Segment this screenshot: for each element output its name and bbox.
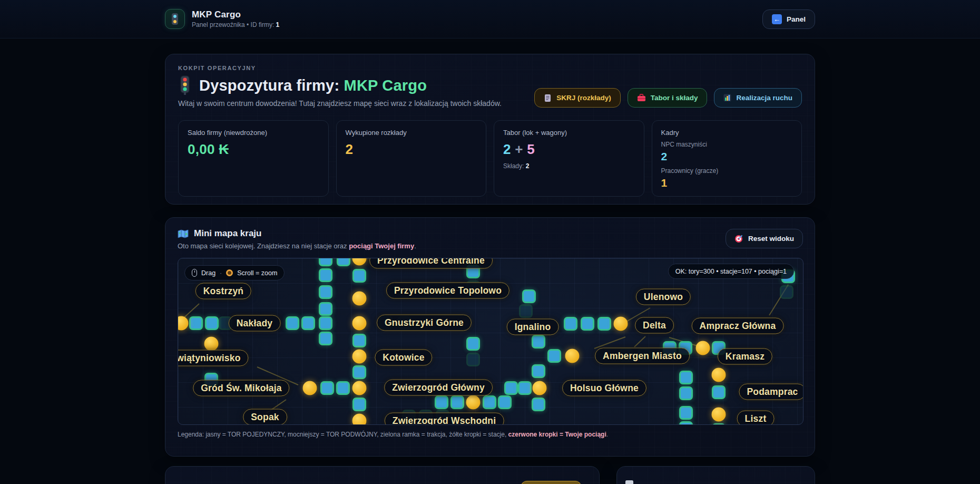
station-label: Kostrzyń (195, 283, 251, 299)
station-dot (466, 395, 481, 410)
track-segment-traction (597, 317, 611, 331)
amber-action-button[interactable] (521, 481, 582, 484)
station-label: Ignalino (507, 319, 559, 335)
track-segment-traction (336, 381, 350, 395)
track-segment-traction (352, 365, 366, 379)
track-segment-traction (679, 421, 693, 425)
track-segment-traction (712, 423, 726, 425)
bottom-right-card (616, 466, 815, 484)
track-segment-traction (564, 317, 577, 331)
track-segment-traction (679, 386, 693, 400)
track-segment-traction (435, 395, 448, 409)
tabor-value: 2 + 5 (503, 141, 635, 158)
document-icon (625, 480, 633, 484)
station-label: Świątyniowisko (178, 350, 249, 366)
station-dot (696, 341, 710, 355)
track-segment-traction (319, 258, 332, 266)
station-label: Gród Św. Mikołaja (193, 380, 289, 396)
company-name: MKP Cargo (344, 77, 427, 94)
track-segment-traction (547, 349, 561, 363)
track-segment-traction (319, 302, 332, 316)
back-arrow-icon: ← (772, 14, 782, 24)
station-dot (352, 350, 367, 364)
track-segment-traction (532, 335, 545, 349)
track-segment-traction (466, 337, 480, 351)
station-label: Podamprac (739, 384, 803, 400)
map-hints-badge: Drag · Scroll = zoom (184, 265, 285, 280)
track-segment-traction (319, 268, 332, 282)
sklady-count: Składy: 2 (503, 162, 635, 170)
station-dot (303, 381, 317, 395)
company-id: 1 (276, 21, 280, 28)
app-subtitle: Panel przewoźnika • ID firmy: 1 (192, 21, 279, 28)
station-label: Przyrodowice Topolowo (386, 283, 509, 299)
track-segment-traction (712, 385, 726, 399)
station-label: Delta (635, 317, 674, 334)
station-label: Ambergen Miasto (595, 348, 690, 364)
track-segment-traction (483, 395, 496, 409)
realizacja-button[interactable]: Realizacja ruchu (714, 88, 802, 108)
map-card: Mini mapa kraju Oto mapa sieci kolejowej… (165, 217, 815, 457)
station-label: Sopak (243, 409, 287, 425)
app-title: MKP Cargo (192, 9, 279, 20)
map-status-badge: OK: tory=300 • stacje=107 • pociągi=1 (668, 264, 794, 279)
station-dot (352, 292, 367, 306)
tabor-button[interactable]: Tabor i składy (628, 88, 708, 108)
track-segment-traction (498, 395, 512, 409)
station-dot (565, 349, 580, 363)
stat-tabor: Tabor (lok + wagony) 2 + 5 Składy: 2 (494, 120, 644, 197)
network-map[interactable]: Drag · Scroll = zoom OK: tory=300 • stac… (178, 258, 803, 425)
traffic-light-icon (178, 75, 192, 95)
target-icon (734, 234, 743, 243)
track-segment-traction (581, 317, 594, 331)
rozklady-value: 2 (346, 141, 477, 158)
track-segment-traction (532, 364, 545, 378)
page-title: Dyspozytura firmy: MKP Cargo (199, 77, 427, 94)
track-segment-traction (679, 406, 693, 420)
track-segment-traction (286, 316, 299, 330)
scroll-icon (544, 94, 552, 102)
cockpit-eyebrow: KOKPIT OPERACYJNY (178, 65, 802, 71)
track-segment-traction (352, 334, 366, 347)
reset-view-button[interactable]: Reset widoku (726, 229, 803, 248)
station-label: Ulenowo (636, 289, 691, 305)
track-segment-traction (189, 316, 203, 330)
track-segment-traction (522, 289, 536, 303)
station-dot (712, 408, 726, 422)
station-label: Przyrodowice Centralne (369, 258, 493, 269)
map-title: Mini mapa kraju (194, 228, 261, 239)
station-label: Zwierzogród Główny (384, 380, 493, 396)
station-label: Kotowice (375, 350, 432, 366)
top-bar: MKP Cargo Panel przewoźnika • ID firmy: … (0, 0, 980, 38)
quick-actions: SKRJ (rozkłady) Tabor i składy Realizacj… (534, 88, 802, 108)
station-label: Kramasz (718, 349, 772, 365)
map-subtitle: Oto mapa sieci kolejowej. Znajdziesz na … (178, 242, 802, 250)
scroll-wheel-icon (226, 269, 233, 276)
track-segment-traction (518, 381, 532, 395)
track-segment-traction (319, 332, 332, 345)
cockpit-card: KOKPIT OPERACYJNY Dyspozytura firmy: MKP… (165, 54, 815, 205)
stat-saldo: Saldo firmy (niewdrożone) 0,00 ₭ (178, 120, 329, 197)
track-segment-traction (532, 398, 545, 411)
track-segment-dim (466, 353, 480, 366)
track-segment-traction (337, 258, 350, 266)
players-count: 1 (661, 177, 793, 189)
station-dot (533, 381, 547, 395)
map-icon (178, 229, 189, 238)
panel-button[interactable]: ← Panel (762, 9, 815, 29)
track-segment-traction (319, 316, 332, 330)
station-dot (352, 381, 367, 395)
skrj-button[interactable]: SKRJ (rozkłady) (534, 88, 621, 108)
station-label: Ampracz Główna (692, 318, 784, 334)
track-segment-traction (352, 269, 366, 283)
track-segment-traction (504, 381, 518, 395)
track-segment-traction (319, 285, 332, 299)
bottom-left-card (165, 466, 600, 484)
station-dot (614, 317, 628, 331)
stat-rozklady: Wykupione rozkłady 2 (336, 120, 487, 197)
station-dot (712, 368, 726, 382)
station-label: Gnustrzyki Górne (377, 315, 472, 331)
station-dot (352, 316, 367, 331)
mouse-icon (192, 269, 197, 277)
track-segment-dim (780, 285, 793, 299)
